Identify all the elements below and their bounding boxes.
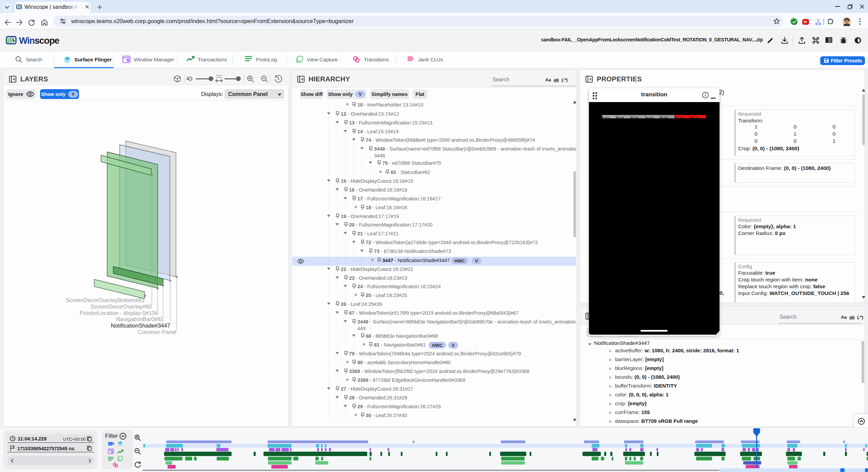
svg-text:ScreenDecorOverlay#60: ScreenDecorOverlay#60: [91, 303, 152, 310]
svg-text:NavigationBar0#81: NavigationBar0#81: [116, 316, 164, 322]
svg-text:NotificationShade#3447: NotificationShade#3447: [111, 322, 170, 329]
svg-text:Common Panel: Common Panel: [138, 329, 176, 335]
svg-text:ScreenDecorOverlayBottom#61: ScreenDecorOverlayBottom#61: [66, 297, 145, 303]
svg-text:PointerLocation - display 0#13: PointerLocation - display 0#134: [80, 310, 158, 316]
